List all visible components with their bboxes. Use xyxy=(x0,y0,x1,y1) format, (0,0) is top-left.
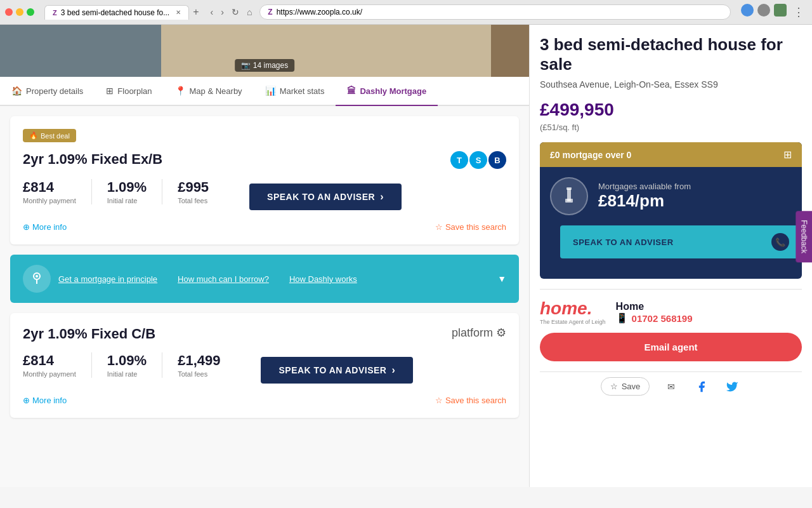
tab-favicon: Z xyxy=(53,9,57,17)
agent-phone[interactable]: 📱 01702 568199 xyxy=(616,312,802,324)
initial-rate-item-2: 1.09% Initial rate xyxy=(107,352,162,378)
star-icon-1: ☆ xyxy=(435,222,443,232)
more-info-text-2: More info xyxy=(32,396,67,405)
floorplan-tab-icon: ⊞ xyxy=(106,86,114,96)
agent-name: Home xyxy=(616,301,802,312)
bank-letter-s: S xyxy=(469,151,487,169)
filter-icon[interactable]: ⊞ xyxy=(783,149,792,161)
mortgage-card-1-title: 2yr 1.09% Fixed Ex/B xyxy=(23,151,162,168)
twitter-icon-svg xyxy=(726,380,738,393)
flame-icon: 🔥 xyxy=(29,131,38,140)
tabs-bar: 🏠 Property details ⊞ Floorplan 📍 Map & N… xyxy=(0,77,529,106)
email-agent-button[interactable]: Email agent xyxy=(540,333,802,361)
tab-market-label: Market stats xyxy=(280,86,325,96)
page-layout: 📷 14 images 🏠 Property details ⊞ Floorpl… xyxy=(0,25,812,487)
save-search-text-2: Save this search xyxy=(445,396,506,405)
agent-logo-area: home. The Estate Agent of Leigh Home 📱 0… xyxy=(540,300,802,325)
dashly-links-bar: Get a mortgage in principle How much can… xyxy=(10,255,519,303)
save-search-link-2[interactable]: ☆ Save this search xyxy=(435,396,506,405)
plus-circle-icon-1: ⊕ xyxy=(23,222,30,232)
speak-adviser-label-right: SPEAK TO AN ADVISER xyxy=(573,237,674,247)
how-dashly-works-link[interactable]: How Dashly works xyxy=(289,274,357,284)
tab-bar: Z 3 bed semi-detached house fo... ✕ + xyxy=(44,5,203,20)
tsb-logo: T S B xyxy=(450,151,506,169)
more-info-link-2[interactable]: ⊕ More info xyxy=(23,396,67,405)
browser-tab[interactable]: Z 3 bed semi-detached house fo... ✕ xyxy=(44,5,189,20)
bank-letter-t: T xyxy=(450,151,468,169)
tab-market-stats[interactable]: 📊 Market stats xyxy=(254,77,336,106)
initial-rate-label-2: Initial rate xyxy=(107,370,147,378)
monthly-payment-value: £814 xyxy=(23,179,76,196)
right-panel: 3 bed semi-detached house for sale South… xyxy=(530,25,812,487)
minimize-dot[interactable] xyxy=(16,8,23,16)
twitter-share-icon[interactable] xyxy=(723,378,741,396)
property-image-1[interactable] xyxy=(0,25,161,77)
mortgage-principle-link[interactable]: Get a mortgage in principle xyxy=(58,274,157,284)
mortgage-circle-icon xyxy=(550,177,588,215)
mail-share-icon[interactable]: ✉ xyxy=(662,378,680,396)
property-image-2[interactable] xyxy=(161,25,491,77)
best-deal-text: Best deal xyxy=(41,132,70,140)
save-star-icon: ☆ xyxy=(610,382,618,391)
save-button[interactable]: ☆ Save xyxy=(601,377,650,396)
facebook-share-icon[interactable] xyxy=(693,378,710,396)
how-much-borrow-link[interactable]: How much can I borrow? xyxy=(178,274,269,284)
feedback-tab[interactable]: Feedback xyxy=(796,211,812,262)
address-bar[interactable]: Z https://www.zoopla.co.uk/ xyxy=(259,4,731,20)
new-tab-button[interactable]: + xyxy=(189,6,202,18)
mortgage-card-1-header: 2yr 1.09% Fixed Ex/B T S B xyxy=(23,151,506,169)
mortgage-amount-value: £814/pm xyxy=(598,191,691,211)
tab-floorplan[interactable]: ⊞ Floorplan xyxy=(95,77,163,106)
back-button[interactable]: ‹ xyxy=(208,6,216,18)
speak-arrow-icon-1: › xyxy=(380,191,384,203)
menu-button[interactable]: ⋮ xyxy=(790,4,807,20)
mortgage-card-2-details-row: £814 Monthly payment 1.09% Initial rate … xyxy=(23,352,506,388)
phone-icon: 📞 xyxy=(771,233,789,251)
forward-button[interactable]: › xyxy=(218,6,226,18)
lighthouse-icon xyxy=(559,186,579,206)
initial-rate-label: Initial rate xyxy=(107,197,147,204)
browser-extensions: ⋮ xyxy=(741,4,807,20)
close-dot[interactable] xyxy=(5,8,13,16)
home-button[interactable]: ⌂ xyxy=(244,6,254,18)
property-image-3[interactable] xyxy=(491,25,529,77)
monthly-payment-item-2: £814 Monthly payment xyxy=(23,352,92,378)
svg-point-1 xyxy=(36,275,38,277)
dashly-logo-circle xyxy=(23,265,51,293)
tab-close-icon[interactable]: ✕ xyxy=(176,9,181,16)
speak-adviser-button-right[interactable]: SPEAK TO AN ADVISER 📞 xyxy=(560,225,802,258)
tab-property-details[interactable]: 🏠 Property details xyxy=(0,77,95,106)
speak-btn-container: SPEAK TO AN ADVISER 📞 xyxy=(540,225,802,279)
save-label: Save xyxy=(622,382,641,391)
dashly-logo-icon xyxy=(29,271,44,286)
mortgage-card-2-title: 2yr 1.09% Fixed C/B xyxy=(23,326,155,342)
best-deal-badge: 🔥 Best deal xyxy=(23,129,76,142)
window-controls xyxy=(5,8,34,16)
plus-circle-icon-2: ⊕ xyxy=(23,396,30,405)
more-info-link-1[interactable]: ⊕ More info xyxy=(23,222,67,232)
image-strip: 📷 14 images xyxy=(0,25,529,77)
browser-chrome: Z 3 bed semi-detached house fo... ✕ + ‹ … xyxy=(0,0,812,25)
maximize-dot[interactable] xyxy=(27,8,34,16)
total-fees-label: Total fees xyxy=(178,197,209,204)
mortgage-card-2-header: 2yr 1.09% Fixed C/B platform ⚙ xyxy=(23,326,506,342)
dashly-tab-icon: 🏛 xyxy=(347,86,356,96)
total-fees-item-2: £1,499 Total fees xyxy=(178,352,235,378)
total-fees-value-2: £1,499 xyxy=(178,352,220,369)
mortgage-card-2: 2yr 1.09% Fixed C/B platform ⚙ £814 Mont… xyxy=(10,313,519,418)
speak-adviser-button-2[interactable]: SPEAK TO AN ADVISER › xyxy=(261,357,413,384)
home-logo-subtitle: The Estate Agent of Leigh xyxy=(540,319,606,325)
speak-adviser-button-1[interactable]: SPEAK TO AN ADVISER › xyxy=(249,184,402,210)
initial-rate-item: 1.09% Initial rate xyxy=(107,179,162,204)
extension-icon-2[interactable] xyxy=(757,4,770,17)
save-search-text-1: Save this search xyxy=(445,222,506,232)
tab-dashly-mortgage[interactable]: 🏛 Dashly Mortgage xyxy=(336,77,438,106)
image-count[interactable]: 📷 14 images xyxy=(235,59,294,72)
image-count-text: 14 images xyxy=(253,61,288,70)
save-search-link-1[interactable]: ☆ Save this search xyxy=(435,222,506,232)
extension-icon-1[interactable] xyxy=(741,4,754,17)
tab-map-nearby[interactable]: 📍 Map & Nearby xyxy=(164,77,254,106)
extension-icon-3[interactable] xyxy=(774,4,787,17)
total-fees-value: £995 xyxy=(178,179,209,196)
reload-button[interactable]: ↻ xyxy=(229,6,242,18)
